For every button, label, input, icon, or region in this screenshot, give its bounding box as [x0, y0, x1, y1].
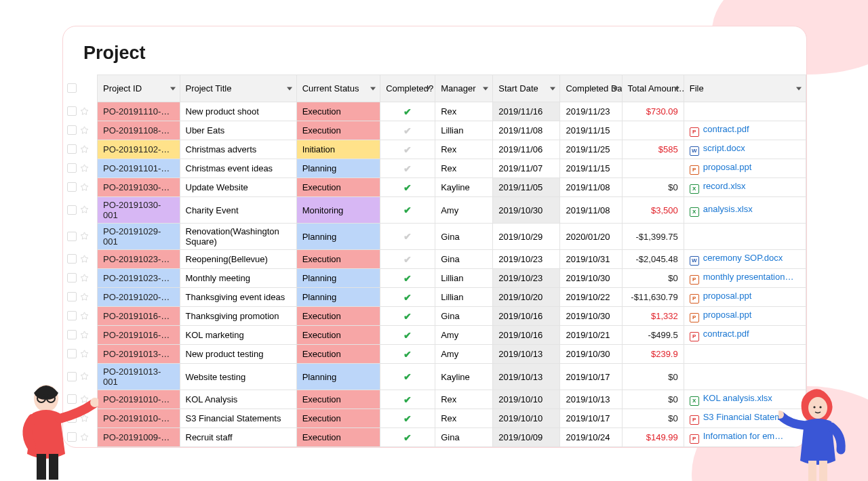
cell-manager[interactable]: Kayline — [435, 178, 493, 197]
cell-completed[interactable]: ✔ — [380, 102, 435, 121]
cell-manager[interactable]: Gina — [435, 428, 493, 447]
cell-current-status[interactable]: Execution — [296, 326, 380, 345]
cell-manager[interactable]: Gina — [435, 307, 493, 326]
cell-project-id[interactable]: PO-20191110-001 — [98, 102, 180, 121]
cell-start-date[interactable]: 2019/11/05 — [493, 178, 560, 197]
row-checkbox[interactable] — [67, 349, 77, 358]
cell-project-title[interactable]: KOL marketing — [180, 326, 296, 345]
cell-completed[interactable]: ✔ — [380, 428, 435, 447]
cell-current-status[interactable]: Execution — [296, 390, 380, 409]
cell-project-id[interactable]: PO-20191102-002 — [98, 140, 180, 159]
cell-file[interactable]: Pproposal.ppt — [684, 307, 806, 326]
table-row[interactable]: PO-20191020-001Thanksgiving event ideasP… — [98, 288, 806, 307]
cell-total-amount[interactable]: $0 — [622, 178, 684, 197]
file-link[interactable]: contract.pdf — [703, 124, 749, 134]
table-row[interactable]: PO-20191010-001S3 Financial StatementsEx… — [98, 409, 806, 428]
table-row[interactable]: PO-20191029-001Renovation(Washington Squ… — [98, 224, 806, 250]
cell-project-id[interactable]: PO-20191016-002 — [98, 307, 180, 326]
cell-project-id[interactable]: PO-20191023-002 — [98, 250, 180, 269]
cell-current-status[interactable]: Planning — [296, 224, 380, 250]
cell-total-amount[interactable]: $1,332 — [622, 307, 684, 326]
star-icon[interactable] — [79, 182, 90, 192]
cell-completed[interactable]: ✔ — [380, 288, 435, 307]
cell-completed-date[interactable]: 2020/01/20 — [560, 224, 622, 250]
file-link[interactable]: record.xlsx — [703, 181, 746, 191]
cell-current-status[interactable]: Execution — [296, 178, 380, 197]
file-link[interactable]: proposal.ppt — [703, 310, 752, 320]
cell-completed-date[interactable]: 2019/11/08 — [560, 178, 622, 197]
cell-project-title[interactable]: Update Website — [180, 178, 296, 197]
cell-start-date[interactable]: 2019/10/16 — [493, 307, 560, 326]
cell-start-date[interactable]: 2019/11/08 — [493, 121, 560, 140]
cell-total-amount[interactable] — [622, 121, 684, 140]
cell-total-amount[interactable]: $585 — [622, 140, 684, 159]
table-row[interactable]: PO-20191108-001Uber EatsExecution✔Lillia… — [98, 121, 806, 140]
cell-completed[interactable]: ✔ — [380, 409, 435, 428]
cell-project-id[interactable]: PO-20191013-001 — [98, 364, 180, 390]
cell-manager[interactable]: Lillian — [435, 269, 493, 288]
cell-manager[interactable]: Gina — [435, 224, 493, 250]
cell-project-id[interactable]: PO-20191030-002 — [98, 178, 180, 197]
cell-manager[interactable]: Kayline — [435, 364, 493, 390]
star-icon[interactable] — [79, 205, 90, 215]
cell-completed[interactable]: ✔ — [380, 121, 435, 140]
cell-total-amount[interactable]: $0 — [622, 364, 684, 390]
chevron-down-icon[interactable] — [674, 87, 679, 90]
star-icon[interactable] — [79, 254, 90, 264]
table-row[interactable]: PO-20191010-002KOL AnalysisExecution✔Rex… — [98, 390, 806, 409]
file-link[interactable]: Information for em… — [703, 431, 784, 441]
col-header-project-id[interactable]: Project ID — [98, 75, 180, 102]
cell-current-status[interactable]: Execution — [296, 250, 380, 269]
cell-manager[interactable]: Amy — [435, 345, 493, 364]
chevron-down-icon[interactable] — [612, 87, 618, 90]
cell-project-id[interactable]: PO-20191029-001 — [98, 224, 180, 250]
cell-current-status[interactable]: Initiation — [296, 140, 380, 159]
cell-completed-date[interactable]: 2019/11/15 — [560, 159, 622, 178]
cell-project-id[interactable]: PO-20191023-001 — [98, 269, 180, 288]
cell-project-id[interactable]: PO-20191016-001 — [98, 326, 180, 345]
row-checkbox[interactable] — [67, 330, 77, 339]
cell-project-title[interactable]: Website testing — [180, 364, 296, 390]
cell-project-title[interactable]: Thanksgiving promotion — [180, 307, 296, 326]
star-icon[interactable] — [79, 125, 90, 135]
cell-completed-date[interactable]: 2019/11/23 — [560, 102, 622, 121]
cell-completed[interactable]: ✔ — [380, 159, 435, 178]
cell-completed-date[interactable]: 2019/10/24 — [560, 428, 622, 447]
file-link[interactable]: monthly presentation… — [703, 272, 794, 282]
cell-file[interactable]: Pcontract.pdf — [684, 121, 806, 140]
cell-start-date[interactable]: 2019/10/10 — [493, 409, 560, 428]
cell-completed[interactable]: ✔ — [380, 224, 435, 250]
chevron-down-icon[interactable] — [170, 87, 176, 90]
col-header-completed-date[interactable]: Completed Date — [560, 75, 622, 102]
col-header-completed[interactable]: Completed? — [380, 75, 435, 102]
row-checkbox[interactable] — [67, 292, 77, 301]
cell-project-title[interactable]: New product testing — [180, 345, 296, 364]
cell-start-date[interactable]: 2019/11/16 — [493, 102, 560, 121]
row-checkbox[interactable] — [67, 182, 77, 192]
chevron-down-icon[interactable] — [483, 87, 488, 90]
cell-current-status[interactable]: Execution — [296, 409, 380, 428]
cell-completed-date[interactable]: 2019/10/30 — [560, 345, 622, 364]
col-header-current-status[interactable]: Current Status — [296, 75, 380, 102]
cell-total-amount[interactable]: $239.9 — [622, 345, 684, 364]
cell-start-date[interactable]: 2019/10/13 — [493, 345, 560, 364]
table-row[interactable]: PO-20191023-002Reopening(Bellevue)Execut… — [98, 250, 806, 269]
cell-project-id[interactable]: PO-20191108-001 — [98, 121, 180, 140]
cell-manager[interactable]: Rex — [435, 102, 493, 121]
cell-current-status[interactable]: Planning — [296, 269, 380, 288]
cell-project-id[interactable]: PO-20191009-001 — [98, 428, 180, 447]
cell-completed[interactable]: ✔ — [380, 364, 435, 390]
cell-manager[interactable]: Lillian — [435, 121, 493, 140]
cell-current-status[interactable]: Execution — [296, 307, 380, 326]
cell-project-title[interactable]: Recruit staff — [180, 428, 296, 447]
row-checkbox[interactable] — [67, 83, 77, 93]
cell-total-amount[interactable]: $0 — [622, 269, 684, 288]
cell-file[interactable]: Wscript.docx — [684, 140, 806, 159]
cell-project-id[interactable]: PO-20191101-001 — [98, 159, 180, 178]
star-icon[interactable] — [79, 349, 90, 359]
cell-file[interactable]: Pproposal.ppt — [684, 288, 806, 307]
col-header-manager[interactable]: Manager — [435, 75, 493, 102]
cell-start-date[interactable]: 2019/10/16 — [493, 326, 560, 345]
row-checkbox[interactable] — [67, 205, 77, 215]
cell-project-title[interactable]: Renovation(Washington Square) — [180, 224, 296, 250]
